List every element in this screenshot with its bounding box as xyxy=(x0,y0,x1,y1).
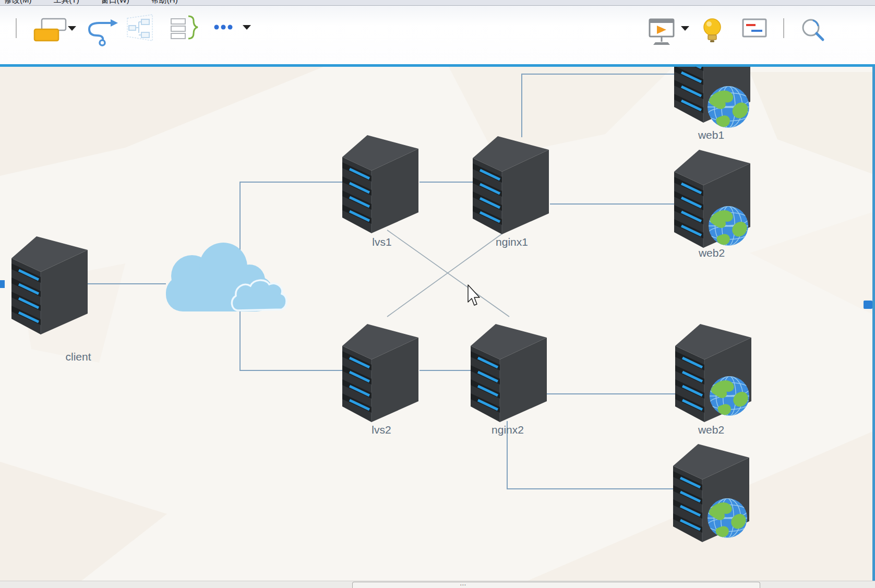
node-label-web1: web1 xyxy=(698,129,724,141)
node-label-lvs1: lvs1 xyxy=(372,236,391,248)
globe-icon xyxy=(709,206,748,246)
node-label-nginx1: nginx1 xyxy=(496,236,528,248)
node-label-lvs2: lvs2 xyxy=(371,424,391,436)
node-label-web2-bottom: web2 xyxy=(698,424,724,436)
edge-nginx2-webunlabeled xyxy=(507,421,673,489)
node-lvs2[interactable] xyxy=(342,324,418,422)
format-panel-icon[interactable] xyxy=(743,19,766,37)
toolbar xyxy=(0,6,875,64)
node-lvs1[interactable] xyxy=(342,135,418,233)
node-nginx1[interactable] xyxy=(473,136,549,234)
scrollbar-dots: ⋯ xyxy=(460,581,467,588)
presentation-icon[interactable] xyxy=(650,19,674,45)
menu-item-modify[interactable]: 修改(M) xyxy=(4,0,32,5)
tree-layout-icon[interactable] xyxy=(127,15,152,41)
more-options-icon[interactable] xyxy=(214,25,233,30)
menu-item-tools[interactable]: 工具(T) xyxy=(54,0,79,5)
bottom-scroll-strip: ⋯ xyxy=(0,581,875,588)
globe-icon xyxy=(708,86,749,128)
menu-item-help[interactable]: 帮助(H) xyxy=(151,0,178,5)
menu-item-window[interactable]: 窗口(W) xyxy=(101,0,129,5)
shape-style-icon[interactable] xyxy=(34,19,66,41)
node-label-web2-top: web2 xyxy=(699,247,725,259)
connector-icon[interactable] xyxy=(89,19,118,45)
search-icon[interactable] xyxy=(803,20,823,40)
shape-style-dropdown-icon[interactable] xyxy=(68,26,76,31)
canvas-right-border xyxy=(872,67,875,583)
node-internet-cloud[interactable] xyxy=(166,243,286,311)
menu-bar: 修改(M) 工具(T) 窗口(W) 帮助(H) xyxy=(0,0,875,6)
edge-internet-lvs1 xyxy=(240,182,342,255)
hint-bulb-icon[interactable] xyxy=(704,19,721,42)
node-nginx2[interactable] xyxy=(471,324,547,422)
presentation-dropdown-icon[interactable] xyxy=(681,26,689,31)
globe-icon xyxy=(708,498,747,538)
horizontal-scrollbar[interactable]: ⋯ xyxy=(352,582,760,588)
node-label-client: client xyxy=(65,351,91,363)
right-edge-handle[interactable] xyxy=(864,301,872,309)
node-label-nginx2: nginx2 xyxy=(492,424,524,436)
edge-internet-lvs2 xyxy=(240,309,342,370)
left-edge-handle[interactable] xyxy=(0,280,5,288)
more-options-dropdown-icon[interactable] xyxy=(243,25,251,30)
diagram-canvas[interactable]: client lvs1 nginx1 lvs2 nginx2 web1 web2… xyxy=(0,64,875,588)
globe-icon xyxy=(710,376,749,416)
mouse-cursor-icon xyxy=(468,285,480,305)
outline-brace-icon[interactable] xyxy=(171,16,198,39)
